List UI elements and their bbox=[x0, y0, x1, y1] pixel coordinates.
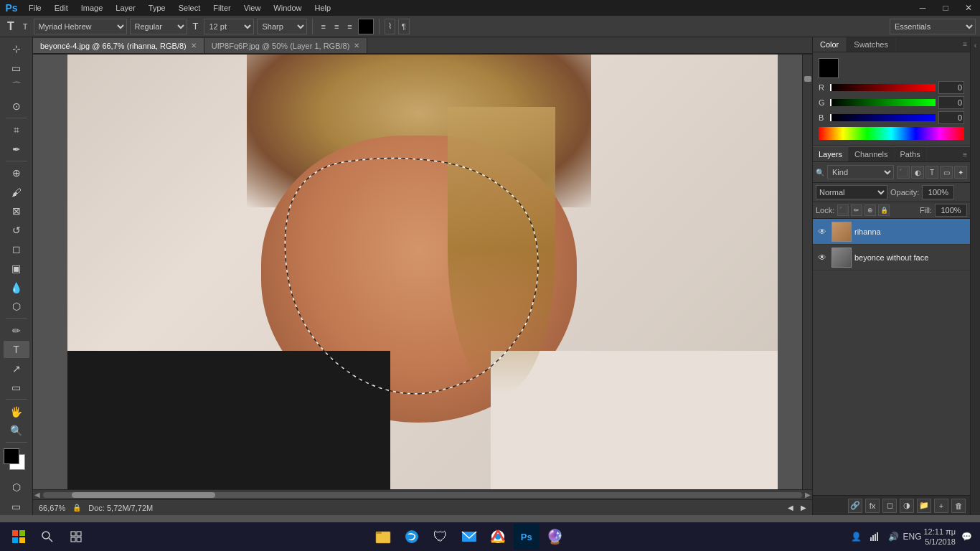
layer-item-rihanna[interactable]: 👁 rihanna bbox=[813, 219, 970, 245]
zoom-tool[interactable]: 🔍 bbox=[4, 422, 29, 440]
taskbar-shield[interactable]: 🛡 bbox=[428, 524, 453, 550]
channel-g-input[interactable] bbox=[938, 96, 964, 109]
quick-mask-btn[interactable]: ⬡ bbox=[4, 479, 29, 496]
link-layers-icon[interactable]: 🔗 bbox=[848, 499, 862, 513]
taskbar-photoshop[interactable]: Ps bbox=[514, 524, 540, 550]
lasso-tool[interactable]: ⌒ bbox=[4, 78, 29, 96]
pen-tool[interactable]: ✏ bbox=[4, 321, 29, 339]
menu-select[interactable]: Select bbox=[173, 2, 207, 14]
anti-alias-select[interactable]: Sharp bbox=[257, 19, 307, 34]
menu-view[interactable]: View bbox=[238, 2, 267, 14]
align-right-icon[interactable]: ≡ bbox=[344, 19, 354, 34]
shape-filter-icon[interactable]: ▭ bbox=[940, 166, 953, 179]
tab-uf-close[interactable]: ✕ bbox=[354, 42, 359, 50]
search-button[interactable] bbox=[34, 524, 60, 550]
tab-swatches[interactable]: Swatches bbox=[847, 37, 896, 52]
tray-people-icon[interactable]: 👤 bbox=[849, 529, 863, 544]
warp-text-icon[interactable]: ⌇ bbox=[385, 19, 395, 34]
clone-stamp-tool[interactable]: ⊠ bbox=[4, 202, 29, 220]
menu-file[interactable]: File bbox=[23, 2, 47, 14]
menu-window[interactable]: Window bbox=[268, 2, 307, 14]
type-filter-icon[interactable]: T bbox=[925, 166, 938, 179]
scroll-right-arrow[interactable]: ▶ bbox=[805, 491, 811, 499]
g-slider-handle[interactable] bbox=[830, 99, 831, 106]
minimize-button[interactable]: ─ bbox=[911, 0, 934, 16]
menu-edit[interactable]: Edit bbox=[49, 2, 74, 14]
select-tool[interactable]: ▭ bbox=[4, 60, 29, 77]
path-select-tool[interactable]: ↗ bbox=[4, 359, 29, 377]
color-swatch[interactable] bbox=[358, 19, 374, 34]
taskbar-edge[interactable] bbox=[399, 524, 425, 550]
tray-lang[interactable]: ENG bbox=[905, 529, 919, 544]
fill-input[interactable] bbox=[935, 204, 967, 217]
tab-color[interactable]: Color bbox=[813, 37, 847, 52]
scroll-left-arrow[interactable]: ◀ bbox=[34, 491, 40, 499]
task-view-button[interactable] bbox=[63, 524, 89, 550]
move-tool[interactable]: ⊹ bbox=[4, 40, 29, 58]
gradient-tool[interactable]: ▣ bbox=[4, 260, 29, 278]
r-slider-handle[interactable] bbox=[830, 84, 831, 91]
channel-g-slider[interactable] bbox=[830, 99, 936, 106]
notification-icon[interactable]: 💬 bbox=[960, 529, 974, 544]
crop-tool[interactable]: ⌗ bbox=[4, 121, 29, 139]
start-button[interactable] bbox=[6, 524, 32, 550]
h-scroll-track[interactable] bbox=[43, 492, 802, 498]
menu-help[interactable]: Help bbox=[308, 2, 336, 14]
layer-visibility-beyonce[interactable]: 👁 bbox=[816, 251, 829, 264]
tab-beyonce-close[interactable]: ✕ bbox=[191, 42, 197, 50]
foreground-color[interactable] bbox=[4, 448, 19, 464]
tab-channels[interactable]: Channels bbox=[849, 147, 894, 161]
align-center-icon[interactable]: ≡ bbox=[331, 19, 341, 34]
dodge-tool[interactable]: ⬡ bbox=[4, 298, 29, 316]
scroll-left-btn[interactable]: ◀ bbox=[788, 504, 793, 512]
channel-b-slider[interactable] bbox=[830, 114, 936, 121]
tab-beyonce[interactable]: beyoncé-4.jpg @ 66,7% (rihanna, RGB/8) ✕ bbox=[33, 37, 204, 53]
add-mask-icon[interactable]: ◻ bbox=[882, 499, 897, 513]
layers-panel-menu[interactable]: ≡ bbox=[960, 148, 970, 161]
right-panel-collapse[interactable]: ‹ bbox=[970, 37, 980, 515]
vertical-scrollbar[interactable] bbox=[802, 55, 812, 489]
workspace-select[interactable]: Essentials bbox=[890, 19, 976, 34]
screen-mode-btn[interactable]: ▭ bbox=[4, 497, 29, 515]
main-color-swatch[interactable] bbox=[819, 58, 839, 78]
pixel-filter-icon[interactable]: ⬛ bbox=[897, 166, 910, 179]
history-brush-tool[interactable]: ↺ bbox=[4, 222, 29, 240]
blend-mode-select[interactable]: Normal bbox=[816, 185, 887, 199]
layers-kind-select[interactable]: Kind bbox=[827, 165, 894, 179]
type-tool[interactable]: T bbox=[4, 341, 29, 359]
b-slider-handle[interactable] bbox=[830, 114, 831, 121]
menu-layer[interactable]: Layer bbox=[110, 2, 141, 14]
lock-position-icon[interactable]: ✏ bbox=[851, 204, 862, 216]
smart-filter-icon[interactable]: ✦ bbox=[954, 166, 967, 179]
channel-r-input[interactable] bbox=[938, 81, 964, 94]
healing-brush-tool[interactable]: ⊕ bbox=[4, 164, 29, 182]
h-scroll-thumb[interactable] bbox=[72, 492, 215, 498]
horizontal-scrollbar[interactable]: ◀ ▶ bbox=[33, 489, 812, 499]
taskbar-mail[interactable] bbox=[456, 524, 482, 550]
lock-all-icon[interactable]: 🔒 bbox=[878, 204, 890, 216]
new-adjustment-icon[interactable]: ◑ bbox=[900, 499, 914, 513]
tool-type-icon[interactable]: T bbox=[4, 19, 17, 34]
color-spectrum[interactable] bbox=[819, 127, 964, 140]
tab-layers[interactable]: Layers bbox=[813, 147, 849, 161]
color-swatches[interactable] bbox=[4, 448, 29, 471]
lock-pixels-icon[interactable]: ⬛ bbox=[837, 204, 849, 216]
color-panel-menu[interactable]: ≡ bbox=[960, 37, 970, 52]
char-panel-icon[interactable]: ¶ bbox=[398, 19, 410, 34]
v-scroll-thumb[interactable] bbox=[804, 76, 811, 82]
maximize-button[interactable]: □ bbox=[934, 0, 957, 16]
menu-image[interactable]: Image bbox=[75, 2, 109, 14]
tray-volume-icon[interactable]: 🔊 bbox=[886, 529, 900, 544]
menu-type[interactable]: Type bbox=[143, 2, 171, 14]
scroll-right-btn[interactable]: ▶ bbox=[801, 504, 806, 512]
font-family-select[interactable]: Myriad Hebrew bbox=[34, 19, 127, 34]
layer-visibility-rihanna[interactable]: 👁 bbox=[816, 225, 829, 238]
layer-fx-icon[interactable]: fx bbox=[865, 499, 880, 513]
layer-item-beyonce[interactable]: 👁 beyonce without face bbox=[813, 245, 970, 270]
tool-type-small[interactable]: T bbox=[20, 19, 31, 34]
lock-artboard-icon[interactable]: ⊕ bbox=[864, 204, 876, 216]
opacity-input[interactable] bbox=[922, 185, 954, 199]
align-left-icon[interactable]: ≡ bbox=[318, 19, 328, 34]
brush-tool[interactable]: 🖌 bbox=[4, 184, 29, 202]
hand-tool[interactable]: 🖐 bbox=[4, 402, 29, 420]
